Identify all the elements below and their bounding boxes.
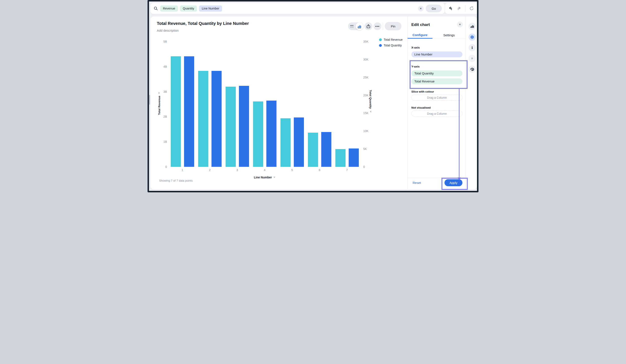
lightning-icon — [470, 57, 474, 60]
bar-total-revenue[interactable] — [171, 56, 181, 167]
rail-info-button[interactable]: i — [469, 44, 476, 51]
view-toggle — [348, 22, 363, 30]
x-tick-label: 5 — [278, 168, 306, 172]
r-logo-icon: R — [470, 67, 474, 72]
legend-dot — [379, 38, 382, 41]
toolbar-divider — [383, 23, 383, 30]
pin-button[interactable]: Pin — [385, 22, 401, 30]
bar-total-quantity[interactable] — [349, 148, 359, 167]
share-button[interactable] — [364, 22, 372, 30]
apply-button[interactable]: Apply — [444, 179, 463, 186]
bar-group — [224, 41, 251, 167]
bar-total-quantity[interactable] — [294, 117, 304, 167]
ellipsis-icon: ••• — [375, 25, 380, 28]
tab-configure[interactable]: Configure — [408, 32, 432, 38]
x-tick-label: 2 — [196, 168, 224, 172]
plot-area — [169, 41, 361, 167]
undo-icon[interactable] — [448, 6, 453, 11]
rail-alerts-button[interactable] — [469, 55, 476, 62]
bar-total-revenue[interactable] — [308, 133, 318, 167]
y-tick-left: 4B — [163, 65, 167, 68]
bar-total-revenue[interactable] — [253, 102, 263, 167]
y-axis-left-title: Total Revenue — [158, 92, 161, 115]
x-tick-label: 6 — [306, 168, 333, 172]
rail-chart-button[interactable] — [469, 23, 476, 30]
edit-chart-title: Edit chart — [411, 22, 430, 27]
legend-label: Total Quantity — [384, 44, 402, 47]
bar-group — [169, 41, 196, 167]
history-toolbar — [445, 3, 478, 14]
reset-button[interactable]: Reset — [413, 181, 421, 184]
y-tick-left: 0 — [165, 165, 167, 169]
bar-group — [333, 41, 361, 167]
bar-total-quantity[interactable] — [184, 56, 194, 167]
bar-chart-icon — [357, 24, 361, 29]
x-axis-field-line-number[interactable]: Line Number — [411, 51, 463, 57]
y-axis-field-total-quantity[interactable]: Total Quantity — [411, 71, 463, 76]
clear-search-button[interactable]: ✕ — [418, 6, 424, 11]
y-tick-right: 35K — [363, 40, 368, 43]
chart-title[interactable]: Total Revenue, Total Quantity by Line Nu… — [157, 21, 249, 26]
x-axis-tick-labels: 1234567 — [169, 168, 361, 172]
bar-total-quantity[interactable] — [239, 86, 249, 167]
redo-icon[interactable] — [457, 6, 461, 11]
panel-tabs: Configure Settings — [408, 32, 466, 39]
table-view-button[interactable] — [348, 22, 356, 30]
close-panel-button[interactable]: ✕ — [457, 22, 463, 27]
search-tag-line-number[interactable]: Line Number — [199, 5, 222, 12]
x-axis-title[interactable]: Line Number — [169, 176, 361, 179]
chart-view-button[interactable] — [356, 22, 363, 30]
rail-divider — [466, 16, 466, 189]
y-tick-right: 20K — [363, 94, 368, 97]
y-axis-field-total-revenue[interactable]: Total Revenue — [411, 78, 463, 84]
y-tick-right: 10K — [363, 129, 368, 133]
bar-total-revenue[interactable] — [198, 71, 208, 167]
search-tag-revenue[interactable]: Revenue — [160, 5, 178, 12]
slice-drop-zone[interactable]: Drag a Column — [411, 95, 463, 101]
legend-label: Total Revenue — [384, 38, 403, 41]
bar-group — [306, 41, 333, 167]
svg-text:R: R — [471, 68, 474, 71]
footer-divider — [408, 178, 466, 178]
not-visualised-drop-zone[interactable]: Drag a Column — [411, 110, 463, 117]
legend-item[interactable]: Total Quantity — [379, 44, 403, 47]
bar-total-quantity[interactable] — [266, 101, 276, 167]
refresh-icon[interactable] — [469, 6, 474, 11]
y-tick-right: 5K — [363, 147, 367, 150]
bar-chart-icon — [470, 25, 474, 28]
bar-group — [251, 41, 278, 167]
slice-section-label: Slice with colour — [411, 90, 434, 93]
share-icon — [366, 24, 371, 29]
x-tick-label: 3 — [224, 168, 251, 172]
go-button[interactable]: Go — [426, 5, 442, 12]
tab-settings[interactable]: Settings — [432, 32, 466, 38]
gear-icon — [470, 35, 474, 39]
bar-total-revenue[interactable] — [280, 118, 291, 167]
y-tick-left: 1B — [163, 140, 167, 144]
y-axis-left-label[interactable]: Total Revenue — [158, 96, 161, 115]
rail-r-logo-button[interactable]: R — [469, 66, 476, 73]
panel-drag-handle[interactable] — [149, 95, 150, 105]
rail-settings-button[interactable] — [469, 34, 476, 41]
y-tick-left: 3B — [163, 90, 167, 93]
y-axis-right-label[interactable]: Total Quantity — [369, 90, 372, 109]
chart-description-placeholder[interactable]: Add description — [157, 29, 179, 32]
bar-total-revenue[interactable] — [226, 87, 236, 167]
info-icon: i — [471, 46, 473, 50]
x-axis-section-label: X-axis — [411, 46, 420, 49]
y-tick-left: 2B — [163, 115, 167, 118]
x-tick-label: 1 — [169, 168, 196, 172]
more-options-button[interactable]: ••• — [374, 22, 381, 30]
bar-total-revenue[interactable] — [335, 149, 346, 167]
bar-total-quantity[interactable] — [321, 132, 331, 167]
close-icon: ✕ — [459, 23, 461, 26]
y-tick-right: 25K — [363, 76, 368, 79]
bar-total-quantity[interactable] — [211, 71, 222, 167]
search-tag-quantity[interactable]: Quantity — [180, 5, 197, 12]
y-tick-right: 15K — [363, 111, 368, 115]
sort-indicator-icon[interactable] — [158, 92, 160, 94]
legend-item[interactable]: Total Revenue — [379, 38, 403, 41]
bar-group — [196, 41, 224, 167]
search-bar[interactable]: Revenue Quantity Line Number ✕ Go — [151, 3, 445, 14]
sort-indicator-icon[interactable] — [370, 110, 371, 113]
